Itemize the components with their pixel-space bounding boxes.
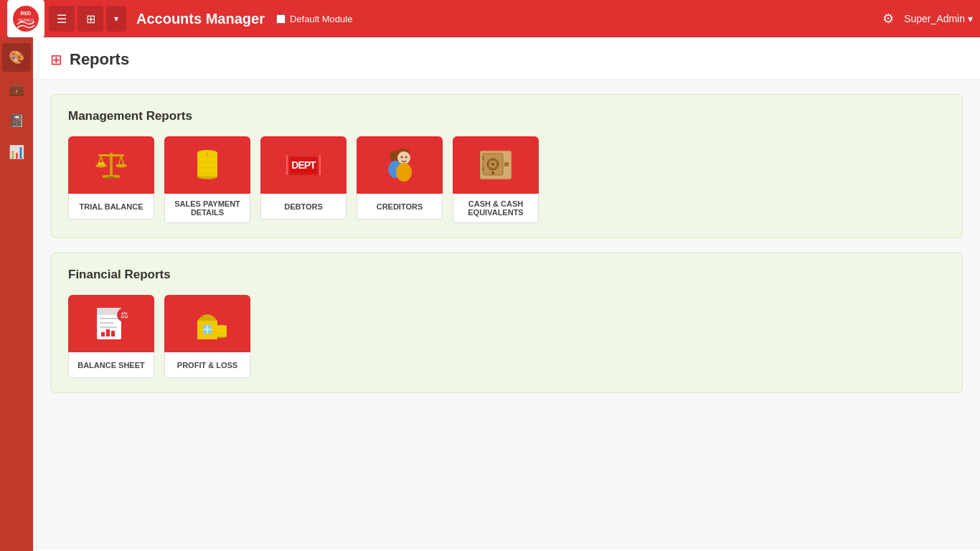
- content-area: Management Reports: [33, 80, 980, 550]
- creditors-icon: [377, 142, 423, 188]
- scales-icon: [88, 142, 134, 188]
- trial-balance-card[interactable]: TRIAL BALANCE: [68, 136, 154, 223]
- svg-point-75: [217, 325, 227, 328]
- default-module-label: Default Module: [290, 14, 352, 24]
- svg-rect-63: [111, 331, 115, 336]
- profit-loss-card[interactable]: PROFIT & LOSS: [164, 295, 250, 378]
- svg-rect-15: [108, 176, 115, 179]
- svg-rect-52: [482, 156, 484, 160]
- cash-equivalents-card[interactable]: CASH & CASH EQUIVALENTS: [453, 136, 539, 223]
- svg-rect-59: [100, 322, 114, 324]
- app-logo: RED SERIES: [7, 0, 44, 37]
- svg-rect-53: [482, 167, 484, 171]
- svg-rect-62: [106, 329, 110, 336]
- chart-icon: 📊: [9, 144, 24, 160]
- sidebar: 🎨 💼 📓 📊: [0, 37, 33, 551]
- username-label: Super_Admin: [904, 13, 965, 24]
- app-title: Accounts Manager: [136, 11, 265, 27]
- management-reports-section: Management Reports: [50, 94, 963, 238]
- main-content: ⊞ Reports Management Reports: [33, 37, 980, 551]
- page-header-icon: ⊞: [50, 51, 62, 68]
- management-reports-cards: TRIAL BALANCE: [68, 136, 945, 223]
- debtors-label: DEBTORS: [260, 194, 347, 220]
- svg-rect-58: [100, 318, 118, 319]
- svg-point-36: [397, 151, 410, 164]
- trial-balance-card-img: [68, 136, 154, 194]
- chevron-button[interactable]: ▾: [106, 6, 126, 32]
- svg-point-39: [405, 156, 407, 159]
- sidebar-item-briefcase[interactable]: 💼: [2, 75, 31, 103]
- safe-icon: [473, 142, 519, 188]
- debt-icon: DEPT: [281, 142, 326, 188]
- svg-point-54: [491, 171, 494, 174]
- balance-sheet-card-img: ⚖: [68, 295, 154, 352]
- trial-balance-label: TRIAL BALANCE: [68, 194, 154, 220]
- svg-rect-60: [100, 326, 117, 328]
- financial-reports-title: Financial Reports: [68, 268, 945, 282]
- svg-point-46: [491, 163, 494, 166]
- settings-icon[interactable]: ⚙: [882, 11, 894, 27]
- profit-loss-label: PROFIT & LOSS: [164, 352, 250, 378]
- sales-payment-label: SALES PAYMENT DETAILS: [164, 194, 250, 223]
- page-title: Reports: [70, 50, 129, 69]
- sales-payment-card[interactable]: $ SALES PAYMENT DETAILS: [164, 136, 250, 223]
- svg-point-14: [98, 162, 105, 164]
- debtors-card[interactable]: DEPT DEBTORS: [260, 136, 347, 223]
- svg-text:⚖: ⚖: [121, 310, 128, 320]
- profit-loss-card-img: [164, 295, 250, 352]
- briefcase-icon: 💼: [9, 81, 24, 97]
- svg-text:SERIES: SERIES: [18, 18, 34, 22]
- creditors-label: CREDITORS: [357, 194, 443, 220]
- cash-equivalents-label: CASH & CASH EQUIVALENTS: [453, 194, 539, 223]
- svg-rect-61: [101, 332, 105, 336]
- svg-rect-6: [98, 154, 124, 156]
- balance-sheet-label: BALANCE SHEET: [68, 352, 154, 378]
- financial-reports-cards: ⚖ BALANCE SHEET: [68, 295, 945, 378]
- sidebar-item-notebook[interactable]: 📓: [2, 106, 31, 135]
- palette-icon: 🎨: [9, 50, 24, 65]
- svg-rect-4: [110, 153, 113, 177]
- svg-point-12: [116, 164, 127, 168]
- hamburger-button[interactable]: ☰: [49, 6, 75, 32]
- creditors-card-img: [357, 136, 443, 194]
- svg-point-38: [401, 156, 403, 159]
- user-dropdown-icon: ▾: [968, 13, 973, 24]
- creditors-card[interactable]: CREDITORS: [357, 136, 443, 223]
- user-menu[interactable]: Super_Admin ▾: [904, 13, 973, 24]
- svg-text:RED: RED: [21, 11, 32, 16]
- balance-sheet-card[interactable]: ⚖ BALANCE SHEET: [68, 295, 154, 378]
- svg-rect-31: [286, 155, 288, 175]
- grid-button[interactable]: ⊞: [77, 6, 103, 32]
- coins-icon: $: [184, 142, 230, 188]
- navbar-right: ⚙ Super_Admin ▾: [882, 11, 973, 27]
- notebook-icon: 📓: [9, 113, 24, 128]
- sidebar-item-palette[interactable]: 🎨: [2, 43, 31, 72]
- svg-text:$: $: [207, 152, 209, 156]
- svg-rect-32: [319, 155, 321, 175]
- balance-sheet-icon: ⚖: [88, 301, 134, 347]
- financial-reports-section: Financial Reports: [50, 253, 963, 393]
- default-module-checkbox[interactable]: [276, 14, 286, 24]
- sidebar-item-chart[interactable]: 📊: [2, 138, 31, 166]
- page-header: ⊞ Reports: [33, 37, 980, 80]
- svg-point-37: [396, 163, 412, 182]
- svg-rect-51: [504, 162, 509, 166]
- debtors-card-img: DEPT: [260, 136, 347, 194]
- default-module-toggle: Default Module: [276, 14, 352, 24]
- sales-payment-card-img: $: [164, 136, 250, 194]
- navbar: RED SERIES ☰ ⊞ ▾ Accounts Manager Defaul…: [0, 0, 980, 37]
- svg-text:DEPT: DEPT: [291, 159, 316, 171]
- cash-equivalents-card-img: [453, 136, 539, 194]
- management-reports-title: Management Reports: [68, 109, 945, 123]
- profit-loss-icon: [184, 301, 230, 347]
